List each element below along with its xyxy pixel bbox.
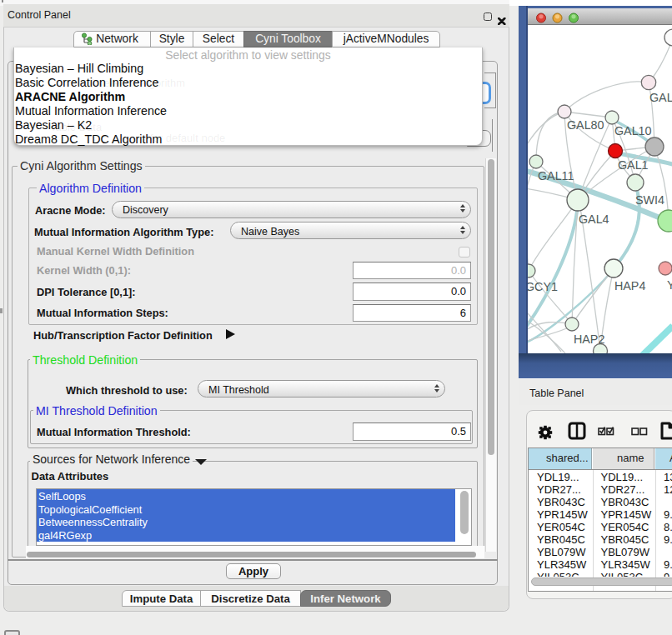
- svg-text:GAL7: GAL7: [649, 91, 672, 104]
- svg-text:GAL4: GAL4: [579, 212, 609, 226]
- svg-text:SWI4: SWI4: [635, 193, 664, 207]
- svg-text:HAP4: HAP4: [614, 279, 645, 292]
- svg-text:GCY1: GCY1: [528, 280, 558, 293]
- svg-text:GAL1: GAL1: [618, 158, 649, 172]
- svg-text:GAL80: GAL80: [567, 118, 604, 132]
- svg-text:HAP2: HAP2: [574, 332, 604, 346]
- svg-text:Y: Y: [667, 278, 672, 292]
- svg-text:GAL11: GAL11: [538, 169, 574, 182]
- svg-text:GAL10: GAL10: [614, 124, 652, 138]
